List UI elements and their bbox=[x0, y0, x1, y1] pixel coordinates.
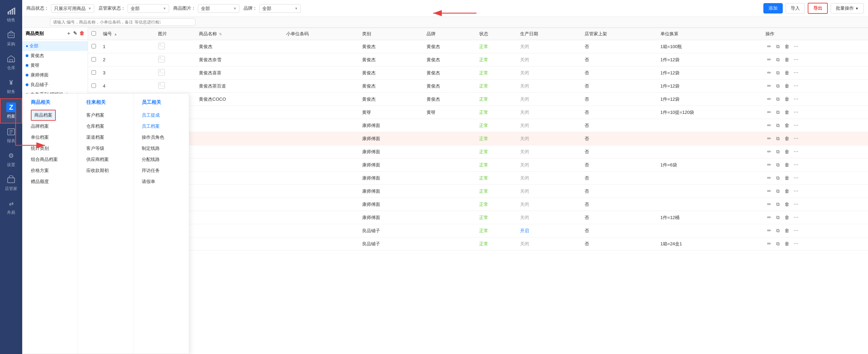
manager-status-select-wrapper: 全部 bbox=[128, 4, 169, 13]
sidebar-item-warehouse[interactable]: 仓库 bbox=[0, 51, 22, 74]
row-checkbox-3[interactable] bbox=[91, 83, 96, 88]
menu-item-leave-form[interactable]: 请假单 bbox=[142, 176, 181, 187]
more-btn-2[interactable]: ⋯ bbox=[792, 69, 800, 76]
cell-barcode bbox=[283, 40, 359, 53]
product-status-select[interactable]: 只展示可用商品 bbox=[51, 4, 94, 13]
menu-item-customer-level[interactable]: 客户等级 bbox=[86, 143, 125, 154]
cell-status: 正常 bbox=[476, 53, 517, 66]
category-item-4[interactable]: 良品铺子 bbox=[22, 80, 88, 90]
cell-name: 黄俊杰喜茶 bbox=[195, 66, 283, 80]
sidebar-item-reports[interactable]: 报表 bbox=[0, 124, 22, 147]
menu-item-assign-route[interactable]: 分配线路 bbox=[142, 154, 181, 165]
select-all-checkbox[interactable] bbox=[91, 31, 96, 36]
manager-status-label: 店管家状态： bbox=[98, 5, 125, 11]
category-title: 商品类别 bbox=[26, 30, 44, 37]
menu-item-supplier-archives[interactable]: 供应商档案 bbox=[86, 154, 125, 165]
cell-category: 黄俊杰 bbox=[359, 80, 423, 93]
menu-item-visit-task[interactable]: 拜访任务 bbox=[142, 165, 181, 176]
delete-category-icon[interactable]: 🗑 bbox=[79, 30, 84, 37]
copy-btn-2[interactable]: ⧉ bbox=[774, 69, 782, 77]
sidebar-label-easy: 舟易 bbox=[7, 210, 15, 216]
cell-unitconv: 1件=12袋 bbox=[657, 80, 762, 93]
edit-btn-3[interactable]: ✏ bbox=[765, 82, 773, 90]
cell-shopkeeper: 否 bbox=[581, 40, 657, 53]
sidebar-item-archives[interactable]: Z 档案 bbox=[0, 98, 22, 124]
cell-category: 黄俊杰 bbox=[359, 53, 423, 66]
sidebar-item-sales[interactable]: 销售 bbox=[0, 3, 22, 27]
menu-item-product-archives[interactable]: 商品档案 bbox=[31, 110, 56, 121]
add-category-icon[interactable]: ＋ bbox=[66, 30, 71, 37]
edit-btn-0[interactable]: ✏ bbox=[765, 43, 773, 50]
th-id[interactable]: 编号 ▲ bbox=[99, 28, 155, 40]
row-checkbox-0[interactable] bbox=[91, 44, 96, 48]
menu-item-price-plan[interactable]: 价格方案 bbox=[31, 165, 69, 176]
copy-btn-3[interactable]: ⧉ bbox=[774, 82, 782, 90]
more-btn-0[interactable]: ⋯ bbox=[792, 43, 800, 50]
add-button[interactable]: 添加 bbox=[763, 3, 783, 13]
cell-barcode bbox=[283, 66, 359, 80]
menu-item-unit-archives[interactable]: 单位档案 bbox=[31, 132, 69, 143]
menu-item-employee-archives[interactable]: 员工档案 bbox=[142, 121, 181, 132]
brand-select-wrapper: 全部 bbox=[259, 4, 301, 13]
menu-item-brand-archives[interactable]: 品牌档案 bbox=[31, 121, 69, 132]
row-checkbox-2[interactable] bbox=[91, 70, 96, 75]
reports-icon bbox=[6, 127, 16, 137]
menu-item-channel-archives[interactable]: 渠道档案 bbox=[86, 132, 125, 143]
filter-bar2 bbox=[22, 17, 868, 28]
product-image-select[interactable]: 全部 bbox=[198, 4, 239, 13]
th-status: 状态 bbox=[476, 28, 517, 40]
settings-icon: ⚙ bbox=[6, 151, 16, 161]
import-button[interactable]: 导入 bbox=[786, 3, 805, 13]
cell-proddate: 关闭 bbox=[517, 53, 581, 66]
batch-ops-button[interactable]: 批量操作 ▼ bbox=[831, 3, 864, 13]
delete-btn-0[interactable]: 🗑 bbox=[783, 43, 791, 50]
sidebar-item-purchase[interactable]: 采购 bbox=[0, 27, 22, 51]
filter-product-image: 商品图片： 全部 bbox=[173, 4, 239, 13]
copy-btn-1[interactable]: ⧉ bbox=[774, 56, 782, 64]
sidebar-item-easy[interactable]: ⇄ 舟易 bbox=[0, 195, 22, 219]
edit-btn-1[interactable]: ✏ bbox=[765, 56, 773, 63]
sidebar-item-settings[interactable]: ⚙ 设置 bbox=[0, 147, 22, 171]
edit-category-icon[interactable]: ✎ bbox=[73, 30, 77, 37]
cell-status: 正常 bbox=[476, 66, 517, 80]
table-row: 4 黄俊杰茶百道 黄俊杰 黄俊杰 正常 关闭 否 1件=12袋 ✏ ⧉ 🗑 ⋯ bbox=[88, 80, 868, 93]
th-name[interactable]: 商品名称 ⇅ bbox=[195, 28, 283, 40]
cell-status: 正常 bbox=[476, 80, 517, 93]
transactions-section-title: 往来相关 bbox=[86, 99, 125, 106]
menu-col-employee: 员工相关 员工提成 员工档案 操作员角色 制定线路 分配线路 拜访任务 请假单 bbox=[133, 94, 189, 354]
row-checkbox-1[interactable] bbox=[91, 57, 96, 62]
category-item-3[interactable]: 康师傅面 bbox=[22, 70, 88, 80]
menu-item-combo-archives[interactable]: 组合商品档案 bbox=[31, 154, 69, 165]
category-item-all[interactable]: ● 全部 bbox=[22, 41, 88, 51]
category-header: 商品类别 ＋ ✎ 🗑 bbox=[22, 28, 88, 40]
menu-item-gift-quota[interactable]: 赠品额度 bbox=[31, 176, 69, 187]
svg-rect-15 bbox=[158, 56, 165, 62]
cell-shopkeeper: 否 bbox=[581, 66, 657, 80]
more-btn-3[interactable]: ⋯ bbox=[792, 82, 800, 90]
dot-icon-4 bbox=[26, 83, 28, 86]
brand-select[interactable]: 全部 bbox=[259, 4, 301, 13]
category-item-1[interactable]: 黄俊杰 bbox=[22, 51, 88, 61]
menu-item-custom-route[interactable]: 制定线路 bbox=[142, 143, 181, 154]
menu-item-operator-role[interactable]: 操作员角色 bbox=[142, 132, 181, 143]
delete-btn-2[interactable]: 🗑 bbox=[783, 69, 791, 76]
more-btn-1[interactable]: ⋯ bbox=[792, 56, 800, 63]
delete-btn-3[interactable]: 🗑 bbox=[783, 82, 791, 90]
category-item-2[interactable]: 黄呀 bbox=[22, 61, 88, 70]
menu-item-warehouse-archives[interactable]: 仓库档案 bbox=[86, 121, 125, 132]
menu-item-employee-commission[interactable]: 员工提成 bbox=[142, 110, 181, 121]
search-input[interactable] bbox=[50, 18, 195, 26]
sidebar-item-finance[interactable]: ¥ 财务 bbox=[0, 74, 22, 98]
manager-status-select[interactable]: 全部 bbox=[128, 4, 169, 13]
menu-item-stats-category[interactable]: 统计类别 bbox=[31, 143, 69, 154]
sidebar: 销售 采购 仓库 ¥ 财务 Z 档案 bbox=[0, 0, 22, 354]
sidebar-item-shopkeeper[interactable]: 店管家 bbox=[0, 171, 22, 195]
delete-btn-1[interactable]: 🗑 bbox=[783, 56, 791, 63]
copy-btn-0[interactable]: ⧉ bbox=[774, 43, 782, 51]
export-button[interactable]: 导出 bbox=[808, 3, 828, 14]
dot-icon-1 bbox=[26, 54, 28, 57]
cell-category: 黄俊杰 bbox=[359, 40, 423, 53]
menu-item-receivable-initial[interactable]: 应收款期初 bbox=[86, 165, 125, 176]
edit-btn-2[interactable]: ✏ bbox=[765, 69, 773, 76]
menu-item-customer-archives[interactable]: 客户档案 bbox=[86, 110, 125, 121]
